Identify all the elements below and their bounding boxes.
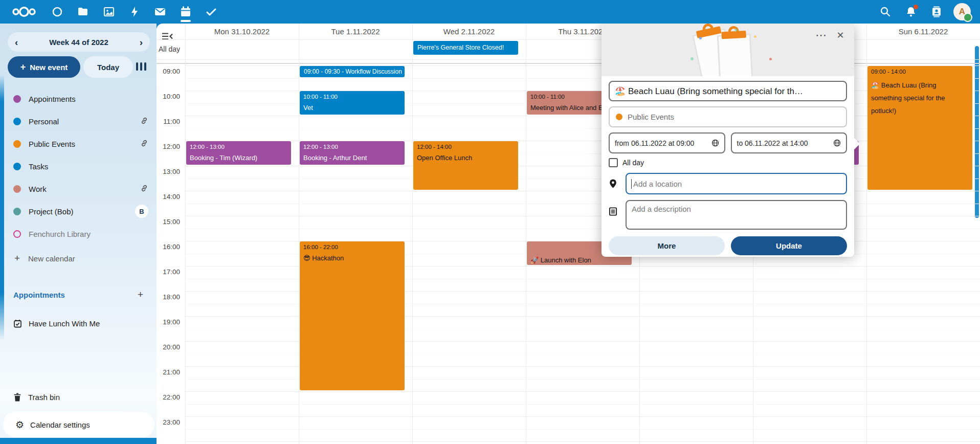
hour-label: 14:00 (157, 193, 180, 201)
grid-line (157, 39, 980, 40)
new-calendar-button[interactable]: + New calendar (0, 247, 157, 270)
hour-label: 16:00 (157, 243, 180, 251)
event-open-office-lunch[interactable]: 12:00 - 14:00Open Office Lunch (413, 141, 518, 190)
new-event-button[interactable]: + New event (8, 56, 80, 78)
popup-illustration: + ⋯ ✕ (602, 24, 854, 76)
location-placeholder: Add a location (633, 180, 682, 188)
trash-bin-item[interactable]: Trash bin (0, 386, 157, 408)
user-avatar[interactable]: A (953, 3, 971, 20)
trash-bin-label: Trash bin (28, 393, 60, 402)
week-label[interactable]: Week 44 of 2022 (49, 38, 108, 47)
text-caret (631, 179, 632, 189)
appointment-config-label: Have Lunch With Me (29, 319, 100, 328)
event-time: 12:00 - 13:00 (300, 141, 405, 150)
scrollbar-thumb[interactable] (975, 46, 979, 218)
start-datetime-input[interactable]: from 06.11.2022 at 09:00 (609, 132, 725, 153)
event-vet[interactable]: 10:00 - 11:00Vet (300, 91, 405, 115)
sidebar-calendar-fenchurch-library[interactable]: Fenchurch Library (0, 223, 157, 245)
calendar-label: Tasks (29, 162, 148, 171)
section-title: Appointments (13, 291, 138, 299)
gear-icon: ⚙ (15, 420, 24, 430)
contacts-icon[interactable] (930, 6, 943, 18)
calendar-label: Personal (29, 117, 132, 126)
event-hackathon[interactable]: 16:00 - 22:00😎 Hackathon (300, 241, 405, 390)
shared-by-avatar: B (135, 205, 148, 218)
event-beach-luau[interactable]: 09:00 - 14:00🏖️ Beach Luau (Bring someth… (867, 66, 972, 190)
timezone-globe-icon[interactable] (711, 139, 719, 147)
calendar-check-icon (13, 319, 22, 328)
search-icon[interactable] (879, 6, 892, 18)
half-hour-line (185, 429, 980, 430)
timezone-globe-icon[interactable] (833, 139, 841, 147)
calendar-icon[interactable] (180, 6, 192, 18)
hour-line (185, 166, 980, 166)
description-placeholder: Add a description (632, 205, 691, 213)
files-icon[interactable] (77, 6, 89, 18)
popup-close-button[interactable]: ✕ (833, 28, 848, 43)
hour-line (185, 416, 980, 417)
half-hour-line (185, 128, 980, 129)
description-input[interactable]: Add a description (626, 200, 847, 230)
appointment-config-item[interactable]: Have Lunch With Me (0, 312, 157, 335)
dashboard-icon[interactable] (51, 6, 63, 18)
hour-label: 12:00 (157, 143, 180, 150)
column-border (412, 24, 413, 444)
hour-line (185, 116, 980, 116)
half-hour-line (185, 78, 980, 79)
popup-more-actions-button[interactable]: ⋯ (813, 28, 829, 43)
event-pierres-general-store-closed[interactable]: Pierre's General Store Closed! (413, 41, 518, 55)
event-title: 🏖️ Beach Luau (Bring something special f… (867, 75, 972, 117)
calendar-settings-button[interactable]: ⚙ Calendar settings (3, 412, 154, 437)
event-time: 16:00 - 22:00 (300, 241, 405, 250)
event-title-value: 🏖️ Beach Luau (Bring something special f… (615, 86, 803, 97)
new-event-label: New event (30, 63, 68, 72)
all-day-label: All day (622, 159, 644, 167)
view-columns-icon[interactable] (136, 62, 146, 71)
end-datetime-input[interactable]: to 06.11.2022 at 14:00 (731, 132, 848, 153)
sidebar-calendar-appointments[interactable]: Appointments (0, 87, 157, 110)
hour-label: 20:00 (157, 343, 180, 351)
plus-icon: + (20, 62, 26, 73)
more-button[interactable]: More (609, 236, 725, 255)
next-week-button[interactable]: › (140, 37, 143, 47)
event-booking-tim-wizard[interactable]: 12:00 - 13:00Booking - Tim (Wizard) (186, 141, 291, 165)
end-datetime-value: to 06.11.2022 at 14:00 (737, 139, 808, 147)
new-calendar-label: New calendar (28, 254, 75, 263)
tasks-icon[interactable] (205, 6, 217, 18)
event-editor-popup: + ⋯ ✕ 🏖️ Beach Luau (Bring something spe… (602, 24, 854, 257)
all-day-label: All day (157, 45, 180, 53)
update-button[interactable]: Update (731, 236, 847, 255)
mail-icon[interactable] (154, 6, 166, 18)
photos-icon[interactable] (103, 6, 115, 18)
event-title: 😎 Hackathon (300, 250, 405, 262)
day-header-1: Tue 1.11.2022 (299, 24, 412, 39)
sidebar-calendar-work[interactable]: Work (0, 177, 157, 200)
event-title-input[interactable]: 🏖️ Beach Luau (Bring something special f… (609, 81, 847, 101)
hour-line (185, 216, 980, 216)
notifications-button[interactable] (905, 6, 917, 18)
week-navigation[interactable]: ‹ Week 44 of 2022 › (8, 32, 150, 52)
event-time: 12:00 - 14:00 (413, 141, 518, 150)
sidebar-calendar-project-bob-[interactable]: Project (Bob)B (0, 200, 157, 223)
event-booking-arthur-dent[interactable]: 12:00 - 13:00Booking - Arthur Dent (300, 141, 405, 165)
today-button[interactable]: Today (83, 56, 133, 78)
all-day-checkbox[interactable]: All day (609, 158, 847, 167)
event-workflow-discussion[interactable]: 09:00 - 09:30 - Workflow Discussion (300, 66, 405, 77)
sidebar-calendar-public-events[interactable]: Public Events (0, 132, 157, 155)
trash-icon (13, 393, 21, 402)
sidebar-calendar-tasks[interactable]: Tasks (0, 155, 157, 177)
activity-icon[interactable] (128, 6, 141, 18)
checkbox-box[interactable] (609, 158, 618, 167)
nextcloud-logo[interactable] (11, 4, 37, 19)
calendar-select[interactable]: Public Events (609, 106, 847, 127)
previous-week-button[interactable]: ‹ (15, 37, 18, 47)
calendar-label: Public Events (29, 140, 132, 148)
sidebar-calendar-personal[interactable]: Personal (0, 110, 157, 132)
calendar-list: AppointmentsPersonalPublic EventsTasksWo… (0, 87, 157, 245)
column-border (185, 24, 186, 444)
day-header-6: Sun 6.11.2022 (866, 24, 980, 39)
scroll-divider (157, 63, 980, 64)
add-appointment-config-button[interactable]: + (138, 289, 143, 300)
calendar-select-value: Public Events (628, 113, 674, 121)
location-input[interactable]: Add a location (626, 173, 847, 194)
